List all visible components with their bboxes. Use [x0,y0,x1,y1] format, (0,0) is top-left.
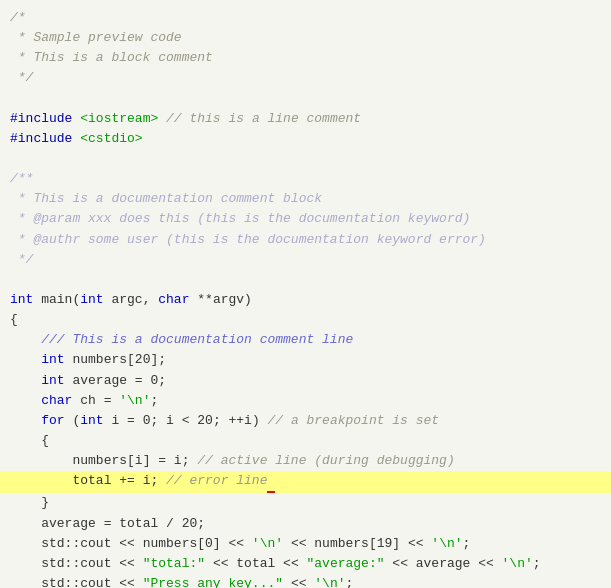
code-line-28: std::cout << "total:" << total << "avera… [0,554,611,574]
code-line-8 [0,149,611,169]
code-line-20: char ch = '\n'; [0,391,611,411]
code-editor: /* * Sample preview code * This is a blo… [0,0,611,588]
code-line-21: for (int i = 0; i < 20; ++i) // a breakp… [0,411,611,431]
code-line-25: } [0,493,611,513]
code-line-10: * This is a documentation comment block [0,189,611,209]
code-line-4: */ [0,68,611,88]
code-line-11: * @param xxx does this (this is the docu… [0,209,611,229]
code-line-13: */ [0,250,611,270]
code-line-14 [0,270,611,290]
code-line-15: int main(int argc, char **argv) [0,290,611,310]
code-line-17: /// This is a documentation comment line [0,330,611,350]
code-line-24: total += i; // error line [0,471,611,493]
code-line-7: #include <cstdio> [0,129,611,149]
code-line-9: /** [0,169,611,189]
code-line-2: * Sample preview code [0,28,611,48]
code-line-18: int numbers[20]; [0,350,611,370]
code-line-5 [0,89,611,109]
code-line-19: int average = 0; [0,371,611,391]
code-line-23: numbers[i] = i; // active line (during d… [0,451,611,471]
code-line-27: std::cout << numbers[0] << '\n' << numbe… [0,534,611,554]
code-line-12: * @authr some user (this is the document… [0,230,611,250]
code-line-29: std::cout << "Press any key..." << '\n'; [0,574,611,588]
code-line-26: average = total / 20; [0,514,611,534]
code-line-16: { [0,310,611,330]
code-line-3: * This is a block comment [0,48,611,68]
code-line-6: #include <iostream> // this is a line co… [0,109,611,129]
code-line-22: { [0,431,611,451]
code-line-1: /* [0,8,611,28]
